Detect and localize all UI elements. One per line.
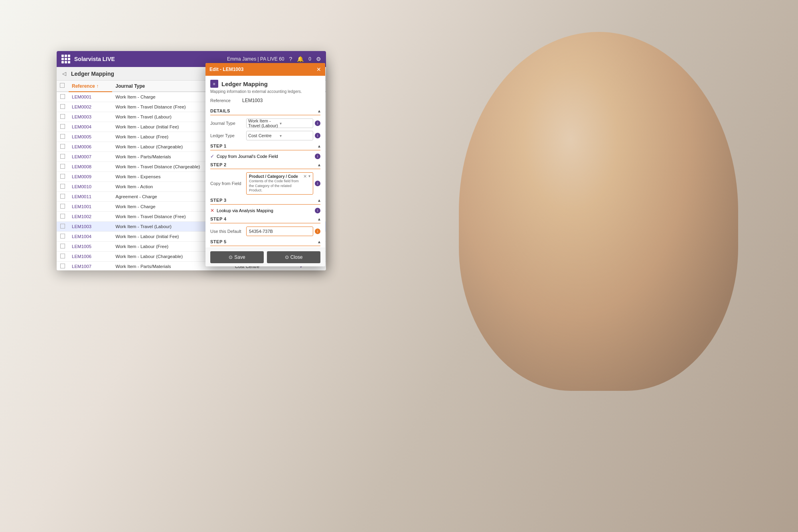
row-checkbox[interactable] bbox=[57, 132, 69, 142]
step4-title: STEP 4 bbox=[210, 217, 227, 221]
default-info-icon[interactable]: i bbox=[315, 229, 320, 234]
close-label: Close bbox=[290, 254, 303, 260]
help-icon[interactable]: ? bbox=[289, 56, 292, 62]
row-checkbox[interactable] bbox=[57, 192, 69, 202]
row-checkbox[interactable] bbox=[57, 182, 69, 192]
row-checkbox[interactable] bbox=[57, 92, 69, 102]
row-checkbox[interactable] bbox=[57, 102, 69, 112]
ledger-type-info-icon[interactable]: i bbox=[315, 133, 320, 138]
copy-field-select[interactable]: Product / Category / Code Contents of th… bbox=[246, 172, 313, 195]
step1-check-row: ✓ Copy from Journal's Code Field i bbox=[210, 154, 320, 159]
step1-chevron-icon[interactable]: ▴ bbox=[318, 143, 320, 149]
row-checkbox[interactable] bbox=[57, 232, 69, 242]
step2-section-header[interactable]: STEP 2 ▴ bbox=[210, 162, 320, 169]
default-label: Use this Default bbox=[210, 229, 246, 234]
row-ref: LEM0004 bbox=[69, 122, 112, 132]
dialog-header: Edit - LEM1003 ✕ bbox=[205, 63, 325, 76]
step1-check-icon: ✓ bbox=[210, 154, 214, 159]
step5-chevron-icon[interactable]: ▴ bbox=[318, 239, 320, 244]
step2-copy-field-row: Copy from Field Product / Category / Cod… bbox=[210, 172, 320, 195]
dialog-page-title-row: ≡ Ledger Mapping bbox=[210, 80, 320, 88]
row-ref: LEM1006 bbox=[69, 252, 112, 262]
close-button[interactable]: ⊙ Close bbox=[267, 251, 320, 263]
step3-section-header[interactable]: STEP 3 ▴ bbox=[210, 197, 320, 205]
row-checkbox[interactable] bbox=[57, 202, 69, 212]
back-button[interactable]: ◁ bbox=[61, 70, 68, 77]
ledger-type-arrow-icon: ▾ bbox=[280, 134, 311, 138]
details-section-header[interactable]: DETAILS ▴ bbox=[210, 108, 320, 115]
journal-type-row: Journal Type Work Item - Travel (Labour)… bbox=[210, 118, 320, 128]
dialog-body: ≡ Ledger Mapping Mapping information to … bbox=[205, 76, 325, 248]
row-checkbox[interactable] bbox=[57, 152, 69, 162]
row-checkbox[interactable] bbox=[57, 222, 69, 232]
row-ref: LEM1004 bbox=[69, 232, 112, 242]
step3-x-row: ✕ Lookup via Analysis Mapping i bbox=[210, 208, 320, 213]
edit-dialog: Edit - LEM1003 ✕ ≡ Ledger Mapping Mappin… bbox=[205, 63, 325, 266]
copy-field-clear-icon[interactable]: ✕ bbox=[303, 174, 307, 179]
row-ref: LEM0010 bbox=[69, 182, 112, 192]
dialog-page-icon: ≡ bbox=[210, 80, 218, 88]
journal-type-label: Journal Type bbox=[210, 121, 246, 126]
row-ref: LEM0007 bbox=[69, 152, 112, 162]
step2-chevron-icon[interactable]: ▴ bbox=[318, 162, 320, 167]
grid-icon[interactable] bbox=[61, 55, 70, 63]
row-checkbox[interactable] bbox=[57, 252, 69, 262]
details-chevron-icon[interactable]: ▴ bbox=[318, 108, 320, 114]
step1-title: STEP 1 bbox=[210, 144, 227, 148]
row-ref: LEM0001 bbox=[69, 92, 112, 102]
default-field-value: i bbox=[246, 227, 320, 236]
dialog-close-button[interactable]: ✕ bbox=[316, 66, 321, 73]
save-icon: ⊙ bbox=[229, 254, 233, 260]
step4-default-row: Use this Default i bbox=[210, 227, 320, 236]
row-checkbox[interactable] bbox=[57, 122, 69, 132]
dialog-page-heading: Ledger Mapping bbox=[221, 81, 268, 87]
copy-field-info-icon[interactable]: i bbox=[315, 181, 320, 186]
journal-type-value: Work Item - Travel (Labour) bbox=[248, 118, 280, 128]
row-checkbox[interactable] bbox=[57, 212, 69, 222]
default-input[interactable] bbox=[246, 227, 313, 236]
dialog-footer: ⊙ Save ⊙ Close bbox=[205, 248, 325, 266]
save-button[interactable]: ⊙ Save bbox=[210, 251, 264, 263]
ledger-type-select[interactable]: Cost Centre ▾ bbox=[246, 131, 313, 140]
step5-section-header[interactable]: STEP 5 ▴ bbox=[210, 239, 320, 246]
row-checkbox[interactable] bbox=[57, 112, 69, 122]
details-title: DETAILS bbox=[210, 108, 230, 113]
row-ref: LEM1005 bbox=[69, 242, 112, 252]
row-checkbox[interactable] bbox=[57, 142, 69, 152]
row-ref: LEM0006 bbox=[69, 142, 112, 152]
row-ref: LEM0003 bbox=[69, 112, 112, 122]
journal-type-info-icon[interactable]: i bbox=[315, 120, 320, 126]
col-reference[interactable]: Reference ↑ bbox=[69, 81, 112, 92]
col-checkbox bbox=[57, 81, 69, 92]
step4-section-header[interactable]: STEP 4 ▴ bbox=[210, 216, 320, 223]
journal-type-select[interactable]: Work Item - Travel (Labour) ▾ bbox=[246, 118, 313, 128]
step5-title: STEP 5 bbox=[210, 239, 227, 244]
row-checkbox[interactable] bbox=[57, 162, 69, 172]
row-ref: LEM0002 bbox=[69, 102, 112, 112]
row-checkbox[interactable] bbox=[57, 172, 69, 182]
step4-chevron-icon[interactable]: ▴ bbox=[318, 216, 320, 222]
journal-type-arrow-icon: ▾ bbox=[280, 121, 311, 126]
ledger-type-label: Ledger Type bbox=[210, 133, 246, 138]
save-label: Save bbox=[234, 254, 245, 260]
ledger-type-value: Cost Centre bbox=[248, 133, 280, 138]
settings-icon[interactable]: ⚙ bbox=[316, 56, 321, 62]
row-ref: LEM0005 bbox=[69, 132, 112, 142]
step1-info-icon[interactable]: i bbox=[315, 154, 320, 159]
bell-icon[interactable]: 🔔 bbox=[297, 56, 304, 62]
step1-section-header[interactable]: STEP 1 ▴ bbox=[210, 143, 320, 150]
notif-count: 0 bbox=[308, 56, 311, 62]
row-checkbox[interactable] bbox=[57, 242, 69, 252]
step3-info-icon[interactable]: i bbox=[315, 208, 320, 213]
app-title: Solarvista LIVE bbox=[74, 56, 223, 62]
row-checkbox[interactable] bbox=[57, 262, 69, 271]
copy-field-value: Product / Category / Code Contents of th… bbox=[246, 172, 320, 195]
step3-x-icon: ✕ bbox=[210, 208, 214, 213]
dialog-title: Edit - LEM1003 bbox=[209, 67, 243, 72]
background-person bbox=[459, 32, 738, 391]
copy-from-field-label: Copy from Field bbox=[210, 181, 246, 186]
step3-chevron-icon[interactable]: ▴ bbox=[318, 197, 320, 203]
row-ref: LEM0011 bbox=[69, 192, 112, 202]
copy-field-desc: Contents of the Code field from the Cate… bbox=[249, 179, 302, 193]
reference-row: Reference LEM1003 bbox=[210, 98, 320, 103]
